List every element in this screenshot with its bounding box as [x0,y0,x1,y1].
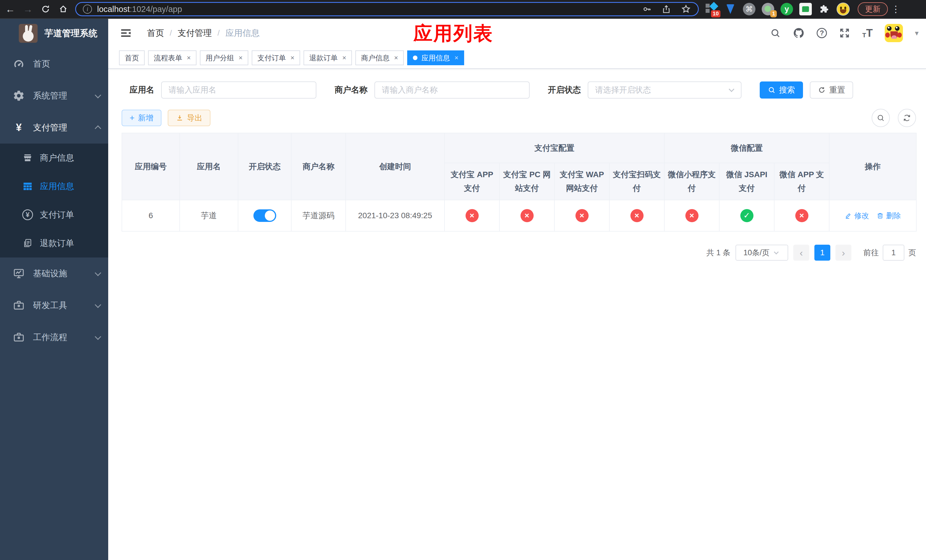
sidebar-item-workflow[interactable]: 工作流程 [0,321,108,353]
sidebar-item-merchant-info[interactable]: 商户信息 [0,144,108,172]
sidebar-item-home[interactable]: 首页 [0,48,108,80]
browser-toolbar: ← → i localhost:1024/pay/app 10 ⌘ 1 y [0,0,926,19]
hamburger-fold-icon [120,27,132,39]
browser-menu-button[interactable]: ⋮ [891,4,900,15]
extension-chat-icon[interactable] [799,3,812,16]
chrome-update-button[interactable]: 更新 [858,2,888,16]
extension-gem-icon[interactable] [724,3,737,16]
delete-link[interactable]: 删除 [876,211,901,221]
tab-user-group[interactable]: 用户分组× [200,50,248,65]
tab-refund-orders[interactable]: 退款订单× [304,50,352,65]
breadcrumb-payment[interactable]: 支付管理 [178,27,212,39]
breadcrumb-home[interactable]: 首页 [147,27,164,39]
tab-app-info[interactable]: 应用信息× [407,50,464,65]
chevron-down-icon [95,92,101,98]
bookmark-star-icon[interactable] [681,4,691,14]
table-row: 6 芋道 芋道源码 2021-10-23 08:49:25 × × × × × … [122,200,916,231]
search-icon [768,86,776,94]
prev-page-button[interactable]: ‹ [793,245,809,260]
breadcrumb-current: 应用信息 [225,27,260,39]
fullscreen-button[interactable] [839,27,850,39]
url-text[interactable]: localhost:1024/pay/app [97,5,642,14]
page-1-button[interactable]: 1 [814,245,830,260]
tab-close-icon[interactable]: × [239,54,243,62]
sidebar-item-label: 退款订单 [40,238,74,249]
extensions-menu-button[interactable] [818,3,831,16]
refresh-table-button[interactable] [898,109,916,127]
app-logo-row[interactable]: 芋道管理系统 [0,19,108,48]
monitor-chart-icon [12,268,26,279]
hide-search-button[interactable] [872,109,890,127]
browser-home-button[interactable] [56,2,71,17]
goto-page-input[interactable] [883,245,904,260]
yen-circle-icon: ¥ [22,209,33,220]
edit-link[interactable]: 修改 [844,211,869,221]
tab-process-form[interactable]: 流程表单× [148,50,197,65]
font-size-button[interactable]: TT [862,28,873,38]
status-toggle[interactable] [253,209,276,222]
tab-label: 商户信息 [361,53,390,63]
sidebar: 芋道管理系统 首页 系统管理 ¥ 支付管理 商户信息 应用信息 [0,19,108,560]
password-key-icon[interactable] [642,4,652,14]
top-navbar: 首页 / 支付管理 / 应用信息 ? TT ▾ [108,19,926,47]
sidebar-item-system[interactable]: 系统管理 [0,80,108,112]
tab-merchant-info[interactable]: 商户信息× [356,50,404,65]
extension-recorder-icon[interactable]: 1 [761,3,775,16]
user-avatar[interactable] [885,24,903,42]
alipay-qr-cross-icon: × [631,209,643,222]
share-icon[interactable] [661,4,671,14]
tab-label: 退款订单 [309,53,338,63]
profile-avatar[interactable] [837,3,850,16]
sidebar-item-app-info[interactable]: 应用信息 [0,172,108,201]
status-select[interactable]: 请选择开启状态 [588,82,741,98]
tab-close-icon[interactable]: × [342,54,346,62]
merchant-name-input[interactable] [374,82,530,98]
address-bar[interactable]: i localhost:1024/pay/app [75,2,699,16]
sidebar-item-dev-tools[interactable]: 研发工具 [0,289,108,321]
app-table: 应用编号 应用名 开启状态 商户名称 创建时间 支付宝配置 微信配置 操作 支付… [122,133,917,232]
cell-merchant: 芋道源码 [291,200,346,231]
add-button[interactable]: + 新增 [122,110,162,126]
sidebar-item-label: 基础设施 [33,268,67,279]
page-jumper: 前往 页 [863,245,916,260]
tab-home[interactable]: 首页 [119,50,145,65]
sidebar-collapse-button[interactable] [120,27,132,39]
page-size-select[interactable]: 10条/页 [735,245,788,260]
tab-close-icon[interactable]: × [394,54,398,62]
app-title: 芋道管理系统 [44,27,97,39]
sidebar-item-pay-orders[interactable]: ¥ 支付订单 [0,201,108,229]
sidebar-item-refund-orders[interactable]: 退款订单 [0,229,108,257]
trash-icon [876,212,884,219]
header-search-button[interactable] [770,28,781,38]
app-name-input[interactable] [161,82,316,98]
col-header-wx-app: 微信 APP 支付 [774,163,829,200]
sidebar-item-payment[interactable]: ¥ 支付管理 [0,112,108,144]
browser-forward-button[interactable]: → [21,2,35,17]
tab-pay-orders[interactable]: 支付订单× [252,50,300,65]
export-button[interactable]: 导出 [168,110,210,126]
avatar-caret-icon[interactable]: ▾ [915,29,918,38]
grid-icon [22,181,33,192]
site-info-icon[interactable]: i [83,5,92,14]
tab-close-icon[interactable]: × [454,54,458,62]
alipay-app-cross-icon: × [466,209,479,222]
sidebar-item-infrastructure[interactable]: 基础设施 [0,257,108,289]
tab-label: 流程表单 [154,53,182,63]
extension-y-icon[interactable]: y [780,3,793,16]
app-logo-rabbit [19,24,38,43]
status-select-placeholder: 请选择开启状态 [595,85,651,95]
browser-reload-button[interactable] [38,2,53,17]
next-page-button[interactable]: › [835,245,851,260]
url-path: :1024/pay/app [130,5,182,14]
help-button[interactable]: ? [817,28,827,38]
search-form: 应用名 商户名称 开启状态 请选择开启状态 搜索 重置 [122,82,916,98]
browser-back-button[interactable]: ← [3,2,18,17]
github-button[interactable] [793,27,805,39]
briefcase-icon [12,331,26,343]
extension-command-icon[interactable]: ⌘ [743,3,756,16]
reset-button[interactable]: 重置 [810,82,853,98]
search-button[interactable]: 搜索 [760,82,803,98]
tab-close-icon[interactable]: × [291,54,294,62]
extension-devtools-icon[interactable]: 10 [705,3,718,16]
tab-close-icon[interactable]: × [187,54,191,62]
